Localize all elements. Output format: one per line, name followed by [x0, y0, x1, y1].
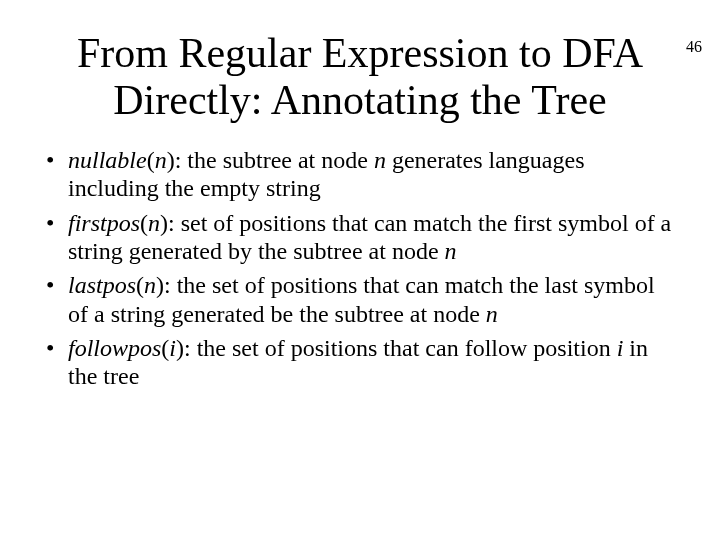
- slide: 46 From Regular Expression to DFA Direct…: [0, 30, 720, 540]
- slide-title: From Regular Expression to DFA Directly:…: [42, 30, 678, 124]
- var: n: [374, 147, 386, 173]
- list-item: lastpos(n): the set of positions that ca…: [46, 271, 678, 328]
- term: nullable: [68, 147, 147, 173]
- term-arg: n: [155, 147, 167, 173]
- term: firstpos: [68, 210, 140, 236]
- term: lastpos: [68, 272, 136, 298]
- var: n: [486, 301, 498, 327]
- term-arg: i: [169, 335, 176, 361]
- list-item: firstpos(n): set of positions that can m…: [46, 209, 678, 266]
- desc: : the set of positions that can match th…: [68, 272, 655, 326]
- var: n: [445, 238, 457, 264]
- list-item: nullable(n): the subtree at node n gener…: [46, 146, 678, 203]
- bullet-list: nullable(n): the subtree at node n gener…: [42, 146, 678, 391]
- term-arg: n: [144, 272, 156, 298]
- page-number: 46: [686, 38, 702, 56]
- desc: : the subtree at node: [175, 147, 374, 173]
- desc: : the set of positions that can follow p…: [184, 335, 617, 361]
- list-item: followpos(i): the set of positions that …: [46, 334, 678, 391]
- term-arg: n: [148, 210, 160, 236]
- term: followpos: [68, 335, 161, 361]
